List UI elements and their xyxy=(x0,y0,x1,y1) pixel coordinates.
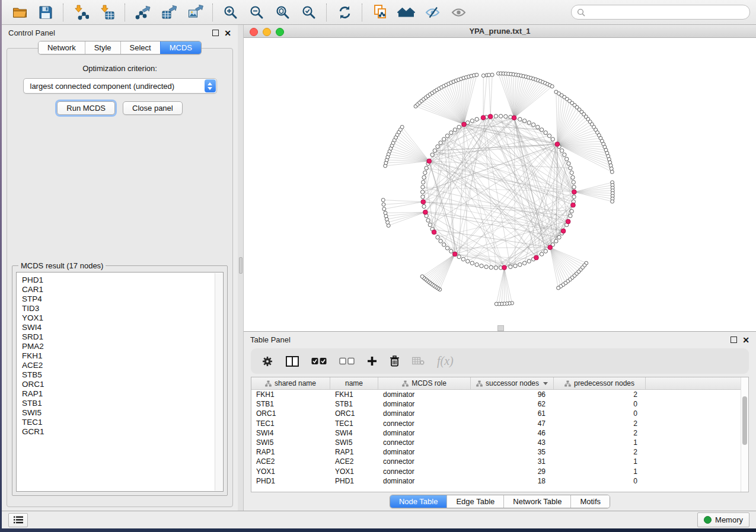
log-console-button[interactable] xyxy=(8,513,28,527)
close-panel-button[interactable]: Close panel xyxy=(123,101,183,115)
column-header-predecessor-nodes[interactable]: predecessor nodes xyxy=(554,377,646,389)
zoom-selected-icon[interactable] xyxy=(297,2,321,23)
float-table-panel-icon[interactable] xyxy=(731,336,737,343)
add-column-icon[interactable] xyxy=(367,356,377,366)
mcds-result-item[interactable]: RAP1 xyxy=(22,389,218,399)
mcds-result-item[interactable]: ACE2 xyxy=(22,361,218,370)
select-all-icon[interactable] xyxy=(311,357,327,365)
clone-network-icon[interactable] xyxy=(368,2,392,23)
search-box[interactable] xyxy=(571,5,750,20)
mcds-result-item[interactable]: YOX1 xyxy=(22,313,218,323)
table-panel-header: Table Panel ✕ xyxy=(244,332,756,348)
mcds-result-item[interactable]: PHD1 xyxy=(22,275,218,285)
mcds-result-item[interactable]: GCR1 xyxy=(22,427,218,437)
run-mcds-button[interactable]: Run MCDS xyxy=(57,101,115,115)
split-panel-icon[interactable] xyxy=(286,356,299,367)
mcds-result-item[interactable]: SWI5 xyxy=(22,408,218,418)
tab-network-table[interactable]: Network Table xyxy=(503,495,570,508)
mcds-result-item[interactable]: SWI4 xyxy=(22,323,218,332)
settings-icon[interactable] xyxy=(261,355,273,367)
mcds-result-item[interactable]: CAR1 xyxy=(22,285,218,294)
mcds-result-item[interactable]: PMA2 xyxy=(22,342,218,351)
memory-button[interactable]: Memory xyxy=(697,512,749,527)
delete-table-icon[interactable] xyxy=(412,357,425,366)
tab-select[interactable]: Select xyxy=(120,41,160,54)
open-session-icon[interactable] xyxy=(8,2,31,23)
network-canvas[interactable] xyxy=(244,38,756,331)
mcds-result-item[interactable]: FKH1 xyxy=(22,351,218,361)
network-window: YPA_prune.txt_1 xyxy=(244,25,756,332)
save-session-icon[interactable] xyxy=(34,2,58,23)
table-cell: YOX1 xyxy=(330,467,378,476)
hide-selected-icon[interactable] xyxy=(420,2,444,23)
mcds-result-group: MCDS result (17 nodes) PHD1CAR1STP4TID3Y… xyxy=(12,265,228,496)
column-header-MCDS-role[interactable]: MCDS role xyxy=(378,377,471,389)
window-minimize-button[interactable] xyxy=(263,28,271,36)
mcds-result-item[interactable]: STB1 xyxy=(22,399,218,408)
import-network-icon[interactable] xyxy=(69,2,93,23)
zoom-in-icon[interactable] xyxy=(219,2,243,23)
import-table-icon[interactable] xyxy=(95,2,119,23)
search-input[interactable] xyxy=(589,7,744,17)
table-row[interactable]: STB1STB1dominator620 xyxy=(251,399,741,409)
deselect-all-icon[interactable] xyxy=(339,357,355,365)
close-panel-icon[interactable]: ✕ xyxy=(224,30,231,36)
window-zoom-button[interactable] xyxy=(276,28,284,36)
export-network-icon[interactable] xyxy=(131,2,155,23)
function-builder-icon[interactable]: f(x) xyxy=(437,354,454,368)
float-panel-icon[interactable] xyxy=(212,30,219,36)
table-row[interactable]: SWI5SWI5connector431 xyxy=(251,438,741,447)
mcds-result-list[interactable]: PHD1CAR1STP4TID3YOX1SWI4SRD1PMA2FKH1ACE2… xyxy=(16,272,224,492)
table-row[interactable]: ACE2ACE2connector311 xyxy=(251,457,741,466)
column-header-name[interactable]: name xyxy=(330,377,378,389)
table-scrollbar[interactable] xyxy=(741,377,748,492)
export-table-icon[interactable] xyxy=(157,2,181,23)
tab-motifs[interactable]: Motifs xyxy=(570,495,610,508)
show-all-networks-icon[interactable] xyxy=(394,2,418,23)
table-header-row: shared namenameMCDS rolesuccessor nodesp… xyxy=(251,377,741,390)
refresh-layout-icon[interactable] xyxy=(333,2,356,23)
table-row[interactable]: YOX1YOX1connector291 xyxy=(251,467,741,476)
table-row[interactable]: ORC1ORC1dominator610 xyxy=(251,409,741,418)
mcds-result-item[interactable]: STP4 xyxy=(22,294,218,304)
zoom-fit-icon[interactable] xyxy=(271,2,295,23)
delete-column-icon[interactable] xyxy=(390,355,400,367)
table-scrollbar-thumb[interactable] xyxy=(742,396,747,445)
window-close-button[interactable] xyxy=(250,28,258,36)
table-row[interactable]: TEC1TEC1connector472 xyxy=(251,419,741,428)
table-row[interactable]: SWI4SWI4dominator462 xyxy=(251,428,741,438)
tab-mcds[interactable]: MCDS xyxy=(160,41,201,54)
mcds-result-item[interactable]: SRD1 xyxy=(22,332,218,342)
tab-style[interactable]: Style xyxy=(85,41,120,54)
splitter-grip[interactable] xyxy=(239,257,243,274)
table-cell: 2 xyxy=(554,390,646,399)
node-table: shared namenameMCDS rolesuccessor nodesp… xyxy=(251,377,749,492)
result-list-scrollbar[interactable] xyxy=(215,273,222,491)
mcds-result-item[interactable]: TID3 xyxy=(22,304,218,313)
mcds-result-item[interactable]: STB5 xyxy=(22,370,218,380)
control-panel-header: Control Panel ✕ xyxy=(2,25,238,41)
optimization-criterion-select[interactable]: largest connected component (undirected) xyxy=(23,78,217,94)
tab-network[interactable]: Network xyxy=(39,41,85,54)
canvas-splitter-handle[interactable] xyxy=(497,325,504,331)
close-table-panel-icon[interactable]: ✕ xyxy=(742,337,749,343)
panel-splitter[interactable] xyxy=(238,25,243,511)
tab-node-table[interactable]: Node Table xyxy=(390,495,447,508)
table-cell: dominator xyxy=(378,390,471,399)
table-cell: dominator xyxy=(378,429,471,437)
tab-edge-table[interactable]: Edge Table xyxy=(446,495,503,508)
column-header-shared-name[interactable]: shared name xyxy=(251,377,330,389)
mcds-result-item[interactable]: TEC1 xyxy=(22,418,218,427)
export-image-icon[interactable] xyxy=(183,2,207,23)
zoom-out-icon[interactable] xyxy=(245,2,269,23)
show-hidden-icon[interactable] xyxy=(446,2,470,23)
mcds-result-item[interactable]: ORC1 xyxy=(22,380,218,389)
table-cell: 18 xyxy=(471,477,554,485)
network-window-titlebar[interactable]: YPA_prune.txt_1 xyxy=(244,25,756,38)
column-header-successor-nodes[interactable]: successor nodes xyxy=(471,377,554,389)
network-graph[interactable] xyxy=(244,38,756,331)
table-row[interactable]: FKH1FKH1dominator962 xyxy=(251,390,741,399)
table-row[interactable]: PHD1PHD1dominator180 xyxy=(251,476,741,486)
table-row[interactable]: RAP1RAP1dominator352 xyxy=(251,447,741,457)
table-cell: PHD1 xyxy=(251,477,330,485)
